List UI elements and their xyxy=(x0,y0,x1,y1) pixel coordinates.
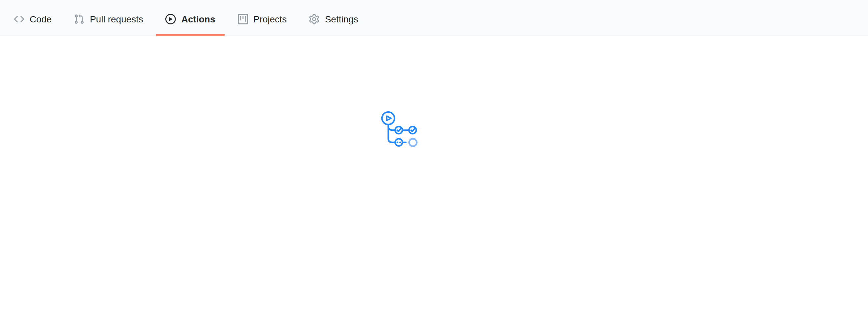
actions-page: Code Pull requests Actions Projects Sett xyxy=(0,0,868,156)
tab-actions-label: Actions xyxy=(181,14,215,24)
workflow-graph-icon xyxy=(0,111,802,150)
project-icon xyxy=(238,14,248,24)
gear-icon xyxy=(309,14,320,24)
tab-pull-requests[interactable]: Pull requests xyxy=(65,4,152,36)
main-content: Workflows aren’t being run on this forke… xyxy=(0,111,802,156)
tab-code[interactable]: Code xyxy=(5,4,61,36)
tab-settings-label: Settings xyxy=(325,14,358,24)
git-pull-request-icon xyxy=(74,14,85,24)
play-circle-icon xyxy=(166,14,176,24)
tab-pull-requests-label: Pull requests xyxy=(90,14,143,24)
tab-projects[interactable]: Projects xyxy=(228,4,296,36)
tab-settings[interactable]: Settings xyxy=(300,4,368,36)
repo-tab-nav: Code Pull requests Actions Projects Sett xyxy=(0,0,868,36)
tab-code-label: Code xyxy=(30,14,52,24)
code-icon xyxy=(14,14,24,24)
tab-projects-label: Projects xyxy=(253,14,287,24)
tab-actions[interactable]: Actions xyxy=(156,4,224,36)
